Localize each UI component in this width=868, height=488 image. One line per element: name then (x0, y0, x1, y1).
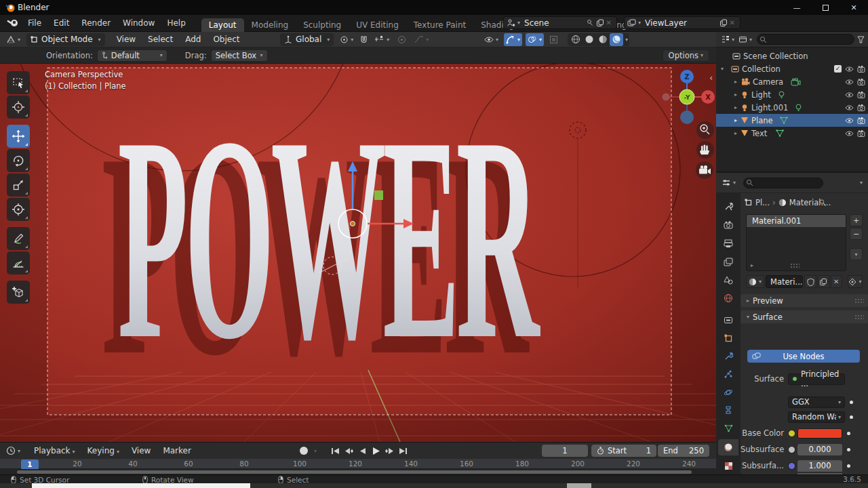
viewlayer-selector[interactable]: ▾ ViewLayer ✕ (624, 16, 741, 29)
timeline-editor-type-dropdown[interactable]: ▾ (4, 445, 22, 458)
keyframe-dot[interactable] (847, 448, 850, 451)
expand-icon[interactable]: ▸ (732, 104, 739, 110)
viewlayer-name[interactable]: ViewLayer (641, 18, 719, 28)
tool-move[interactable] (7, 125, 30, 148)
workspace-tab[interactable]: UV Editing (349, 18, 406, 32)
workspace-tab[interactable]: Sculpting (296, 18, 349, 32)
pin-icon[interactable] (586, 19, 593, 26)
tool-rotate[interactable] (7, 149, 30, 172)
record-autokey-button[interactable] (298, 445, 309, 456)
mode-selector[interactable]: Object Mode ▾ (26, 33, 105, 46)
scene-name[interactable]: Scene (520, 18, 586, 28)
surface-shader-dropdown[interactable]: Principled ... (788, 373, 845, 385)
transform-orientation-dropdown[interactable]: Global ▾ (280, 33, 334, 46)
resize-grip[interactable] (790, 263, 800, 268)
subsurface-method-dropdown[interactable]: Random Walk ▾ (788, 411, 845, 423)
shading-wireframe-button[interactable] (569, 33, 583, 46)
outliner-row-plane[interactable]: ▸ Plane (716, 114, 868, 127)
use-nodes-button[interactable]: Use Nodes (747, 350, 860, 363)
menu-item[interactable]: File (22, 15, 47, 31)
keyframe-dot[interactable] (847, 432, 850, 435)
filter-funnel-icon[interactable] (857, 36, 865, 43)
tool-cursor[interactable] (7, 96, 30, 119)
workspace-tab[interactable]: Modeling (244, 18, 296, 32)
keyframe-dot[interactable] (850, 415, 853, 419)
base-color-swatch[interactable] (797, 428, 842, 439)
hide-eye-icon[interactable] (845, 117, 854, 124)
sidebar-toggle-icon[interactable]: ‹ (709, 73, 713, 83)
tab-object-data[interactable] (718, 420, 738, 436)
expand-icon[interactable]: ▸ (732, 92, 739, 98)
node-tree-dropdown[interactable]: ▾ (848, 275, 863, 288)
viewport-3d[interactable]: POWER POWER (0, 64, 716, 442)
overlays-toggle[interactable]: ▾ (526, 33, 544, 46)
shading-rendered-button[interactable] (610, 33, 623, 46)
orientation-setting-dropdown[interactable]: Default ▾ (97, 49, 167, 62)
new-material-button[interactable] (818, 275, 829, 288)
render-visibility-icon[interactable] (857, 117, 865, 124)
render-visibility-icon[interactable] (857, 130, 865, 137)
keyframe-dot[interactable] (847, 464, 850, 468)
gizmo-minus-z-axis[interactable] (680, 110, 694, 124)
tool-scale[interactable] (7, 174, 30, 197)
drag-setting-dropdown[interactable]: Select Box ▾ (211, 49, 268, 62)
tab-physics[interactable] (718, 384, 738, 401)
subsurface-slider[interactable]: 0.000 (797, 444, 842, 455)
editor-type-dropdown[interactable]: ▾ (4, 33, 22, 46)
add-menu[interactable]: Add (179, 35, 207, 44)
distribution-dropdown[interactable]: GGX ▾ (788, 396, 845, 408)
hide-eye-icon[interactable] (845, 79, 854, 85)
outliner-row-light-001[interactable]: ▸ Light.001 (716, 101, 868, 114)
jump-to-end-button[interactable] (397, 445, 409, 456)
scene-selector[interactable]: ▾ Scene ✕ (503, 16, 617, 29)
unlink-material-button[interactable]: ✕ (831, 275, 842, 288)
hide-eye-icon[interactable] (845, 92, 854, 98)
outliner-search-input[interactable] (769, 35, 854, 43)
prev-keyframe-button[interactable] (343, 445, 355, 456)
radius-x-field[interactable]: 1.000 (797, 460, 842, 472)
render-visibility-icon[interactable] (857, 66, 865, 73)
browse-material-dropdown[interactable]: ▾ (746, 275, 764, 288)
play-reverse-button[interactable] (357, 445, 368, 456)
tool-select-box[interactable] (7, 71, 30, 94)
playhead-current-frame[interactable]: 1 (21, 460, 39, 470)
blender-menu-logo-icon[interactable] (7, 18, 19, 28)
view-menu[interactable]: View (111, 35, 142, 44)
collection-checkbox[interactable]: ✓ (834, 65, 842, 73)
gizmo-minus-x-axis[interactable] (663, 94, 670, 101)
vector-socket-icon[interactable] (788, 462, 795, 470)
tool-transform[interactable] (7, 198, 30, 221)
jump-to-start-button[interactable] (330, 445, 341, 456)
close-button[interactable]: ✕ (840, 0, 868, 15)
render-visibility-icon[interactable] (857, 92, 865, 98)
breadcrumb-object[interactable]: Pl... (755, 198, 770, 207)
timeline-ruler[interactable]: 20406080100120140160180200220240 (0, 459, 716, 469)
panel-grip[interactable] (854, 298, 864, 304)
keyframe-dot[interactable] (850, 401, 853, 404)
tab-output[interactable] (718, 235, 738, 251)
timeline-view-menu[interactable]: View (125, 446, 157, 455)
outliner-row-scene-collection[interactable]: Scene Collection (716, 49, 868, 62)
playback-menu[interactable]: Playback▾ (28, 446, 81, 455)
outliner-scope-dropdown[interactable]: ▾ (736, 33, 754, 46)
chevron-down-icon[interactable]: ▾ (860, 180, 863, 186)
maximize-button[interactable] (811, 0, 840, 15)
outliner-row-light[interactable]: ▸ Light (716, 88, 868, 101)
zoom-button[interactable] (696, 121, 714, 139)
scene-text[interactable]: POWER (118, 77, 541, 399)
outliner-display-mode-dropdown[interactable]: ▾ (719, 33, 736, 46)
pivot-point-dropdown[interactable]: ▾ (338, 33, 355, 46)
tab-particles[interactable] (718, 366, 738, 382)
hide-eye-icon[interactable] (845, 104, 854, 111)
pin-icon[interactable] (818, 199, 827, 207)
tab-render[interactable] (718, 217, 738, 233)
render-visibility-icon[interactable] (857, 104, 865, 111)
material-slot-list[interactable]: Material.001 ▸ (746, 214, 846, 271)
tab-tool[interactable] (718, 199, 738, 215)
tab-collection[interactable] (718, 312, 738, 328)
proportional-falloff-dropdown[interactable]: ▾ (412, 33, 431, 46)
outliner-row-collection[interactable]: ▾ Collection ✓ (716, 62, 868, 75)
expand-icon[interactable]: ▸ (732, 130, 739, 136)
menu-item[interactable]: Window (117, 15, 161, 31)
tab-object[interactable] (718, 330, 738, 346)
